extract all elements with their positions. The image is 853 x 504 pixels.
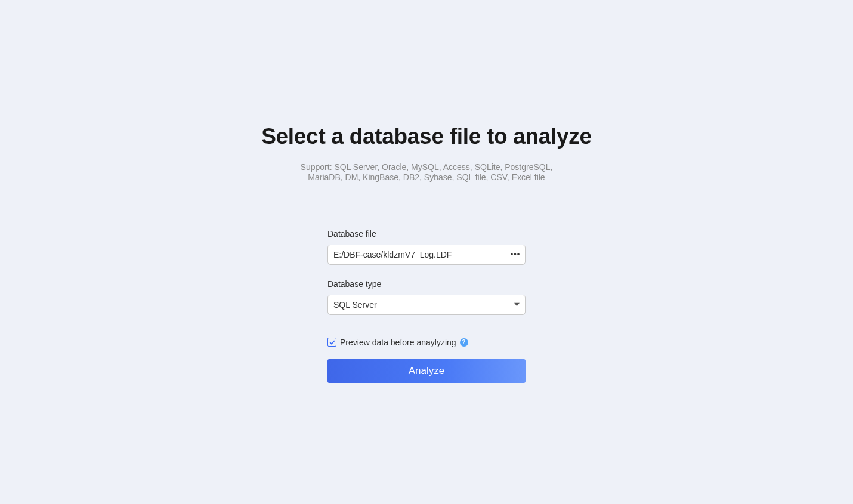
ellipsis-icon: ••• xyxy=(511,250,521,259)
preview-checkbox-label: Preview data before anaylyzing xyxy=(340,338,456,347)
checkmark-icon xyxy=(329,339,335,345)
database-type-select[interactable]: SQL Server xyxy=(327,295,526,315)
database-file-label: Database file xyxy=(327,229,526,239)
svg-marker-0 xyxy=(514,303,520,306)
database-type-selected-value: SQL Server xyxy=(328,300,508,310)
database-file-input-wrapper: ••• xyxy=(327,245,526,265)
form-area: Database file ••• Database type SQL Serv… xyxy=(327,229,526,383)
help-icon[interactable]: ? xyxy=(460,338,468,347)
page-title: Select a database file to analyze xyxy=(261,124,592,149)
main-container: Select a database file to analyze Suppor… xyxy=(0,0,853,383)
database-file-field-group: Database file ••• xyxy=(327,229,526,265)
analyze-button[interactable]: Analyze xyxy=(327,359,526,383)
database-file-input[interactable] xyxy=(328,245,508,264)
browse-file-button[interactable]: ••• xyxy=(508,245,525,264)
preview-checkbox[interactable] xyxy=(327,338,336,347)
database-type-field-group: Database type SQL Server xyxy=(327,279,526,315)
page-subtitle: Support: SQL Server, Oracle, MySQL, Acce… xyxy=(292,162,561,183)
preview-checkbox-row: Preview data before anaylyzing ? xyxy=(327,338,526,347)
chevron-down-icon xyxy=(508,302,525,307)
database-type-label: Database type xyxy=(327,279,526,289)
